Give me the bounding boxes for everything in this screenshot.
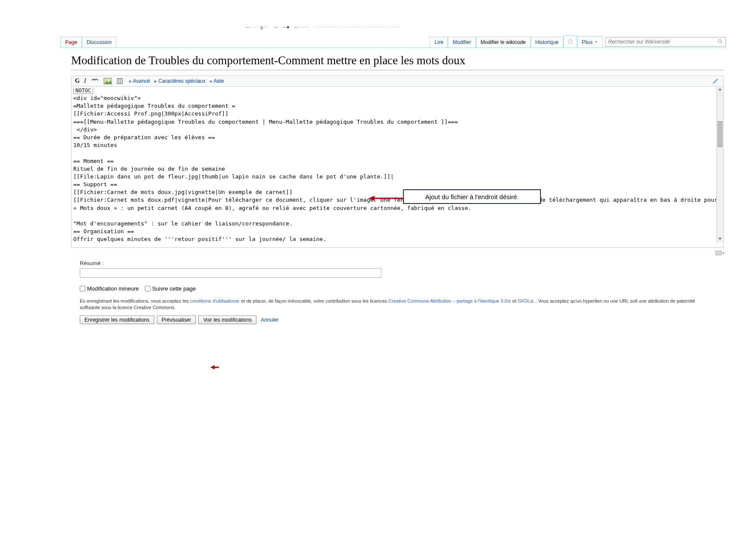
toolbar-special-chars[interactable]: Caractères spéciaux xyxy=(154,78,206,84)
tabs-bar: Page Discussion Lire Modifier Modifier l… xyxy=(60,37,726,48)
annotation-arrow-icon xyxy=(369,195,404,201)
minor-edit-checkbox[interactable] xyxy=(80,286,85,291)
cc-license-link[interactable]: Creative Commons Attribution – partage à… xyxy=(388,298,507,303)
save-button[interactable]: Enregistrer les modifications xyxy=(80,316,154,324)
tab-read[interactable]: Lire xyxy=(430,37,448,47)
scroll-up-icon[interactable]: ▲ xyxy=(717,87,723,93)
svg-rect-5 xyxy=(117,78,122,84)
edit-pencil-icon[interactable] xyxy=(712,78,719,86)
notoc-label: NOTOC xyxy=(73,88,93,94)
image-icon[interactable] xyxy=(103,78,112,84)
top-cropped-text: — · · · g··· — —■ —······· · · · · · · ·… xyxy=(246,25,400,29)
svg-line-2 xyxy=(721,42,722,43)
external-link-icon: ⯐ xyxy=(236,299,240,303)
chevron-down-icon: ▾ xyxy=(722,251,724,255)
legal-part1: En enregistrant les modifications, vous … xyxy=(80,298,190,303)
tab-edit-wikicode[interactable]: Modifier le wikicode xyxy=(476,37,531,47)
tab-edit-wikicode-label: Modifier le wikicode xyxy=(481,39,526,45)
scroll-down-icon[interactable]: ▼ xyxy=(717,236,723,242)
editor-scrollbar[interactable]: ▲ ▼ xyxy=(716,87,723,242)
italic-button[interactable]: I xyxy=(84,78,86,84)
toolbar-help[interactable]: Aide xyxy=(210,78,224,84)
legal-part2: et de placer, de façon irrévocable, votr… xyxy=(241,298,388,303)
reference-icon[interactable] xyxy=(116,78,125,84)
tab-edit[interactable]: Modifier xyxy=(448,37,476,47)
external-link-icon: ⯐ xyxy=(507,299,511,303)
tab-discussion[interactable]: Discussion xyxy=(82,37,116,47)
editor-wrap: NOTOC ▲ ▼ ▾ xyxy=(71,87,724,248)
watchlist-star[interactable] xyxy=(563,35,577,47)
legal-part3: et xyxy=(512,298,518,303)
tab-more-label: Plus xyxy=(582,39,593,45)
watch-page-text: Suivre cette page xyxy=(152,285,196,292)
external-link-icon: ⯐ xyxy=(530,299,534,303)
search-box xyxy=(605,37,726,47)
svg-marker-7 xyxy=(369,196,375,201)
gfdl-link[interactable]: GFDL xyxy=(518,298,530,303)
summary-section: Résumé : Modification mineure Suivre cet… xyxy=(71,260,724,324)
svg-point-1 xyxy=(719,39,722,42)
summary-input[interactable] xyxy=(80,268,381,278)
summary-label: Résumé : xyxy=(80,260,715,266)
scroll-thumb[interactable] xyxy=(718,121,722,147)
search-input[interactable] xyxy=(606,38,715,46)
toolbar-advanced[interactable]: Avancé xyxy=(129,78,150,84)
language-indicator[interactable]: ▾ xyxy=(715,251,724,255)
action-buttons: Enregistrer les modifications Prévisuali… xyxy=(80,316,715,324)
legal-text: En enregistrant les modifications, vous … xyxy=(80,298,715,311)
watch-page-label[interactable]: Suivre cette page xyxy=(145,285,196,292)
tab-page[interactable]: Page xyxy=(60,37,82,47)
tab-edit-label: Modifier xyxy=(453,39,471,45)
search-icon[interactable] xyxy=(715,39,725,45)
tab-history-label: Historique xyxy=(535,39,559,45)
svg-marker-9 xyxy=(210,365,215,369)
content-area: Modification de Troubles du comportement… xyxy=(71,54,724,324)
tab-history[interactable]: Historique xyxy=(531,37,563,47)
annotation-text: Ajout du fichier à l'endroit désiré. xyxy=(425,193,519,200)
tab-more[interactable]: Plus ▼ xyxy=(577,36,603,47)
tab-read-label: Lire xyxy=(434,39,443,45)
keyboard-icon xyxy=(715,251,722,255)
watch-page-checkbox[interactable] xyxy=(145,286,150,291)
svg-point-4 xyxy=(105,79,107,81)
chevron-down-icon: ▼ xyxy=(594,40,598,44)
bold-button[interactable]: G xyxy=(75,78,80,84)
page-title: Modification de Troubles du comportement… xyxy=(71,54,724,70)
annotation-box: Ajout du fichier à l'endroit désiré. xyxy=(403,189,541,204)
star-icon xyxy=(567,39,573,45)
cancel-link[interactable]: Annuler xyxy=(261,317,278,323)
terms-link[interactable]: conditions d'utilisation xyxy=(190,298,236,303)
minor-edit-text: Modification mineure xyxy=(87,285,139,292)
preview-button[interactable]: Prévisualiser xyxy=(157,316,196,324)
small-red-arrow-icon xyxy=(210,365,219,370)
link-icon[interactable] xyxy=(91,78,99,84)
svg-marker-0 xyxy=(568,38,573,44)
tab-discussion-label: Discussion xyxy=(87,39,112,45)
wikitext-editor[interactable] xyxy=(72,87,723,246)
diff-button[interactable]: Voir les modifications xyxy=(198,316,256,324)
minor-edit-label[interactable]: Modification mineure xyxy=(80,285,139,292)
editor-toolbar: G I Avancé Caractères spéciaux Aide xyxy=(71,75,724,87)
tab-page-label: Page xyxy=(65,39,77,45)
